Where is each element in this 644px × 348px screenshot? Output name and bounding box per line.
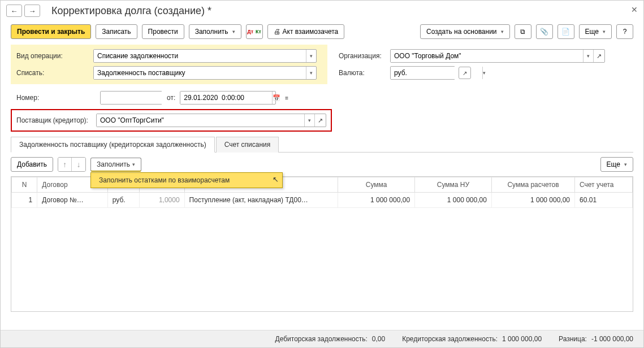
org-dropdown-icon[interactable]: ▾ [583,50,593,62]
save-button[interactable]: Записать [96,24,137,39]
create-based-button[interactable]: Создать на основании [420,24,510,39]
add-row-button[interactable]: Добавить [11,157,53,172]
table-row[interactable]: 1 Договор №… руб. 1,0000 Поступление (ак… [12,193,633,208]
calendar-icon[interactable]: 📅 [272,92,280,104]
debit-value: 0,00 [372,335,385,343]
more-button[interactable]: Еще [579,24,612,39]
operation-type-input[interactable] [94,50,306,62]
print-icon [274,28,280,36]
structure-button[interactable]: ⧉ [515,24,531,39]
clip-icon [540,28,548,36]
fill-button[interactable]: Заполнить [189,24,241,39]
date-input[interactable] [180,92,272,104]
number-input[interactable] [101,92,192,104]
supplier-open-icon[interactable]: ↗ [314,114,326,127]
attach-button[interactable] [536,24,553,39]
from-label: от: [167,94,175,102]
debit-label: Дебиторская задолженность: [275,335,368,343]
report-button[interactable] [557,24,574,39]
help-button[interactable]: ? [616,24,633,39]
close-icon[interactable]: ✕ [631,5,638,14]
post-and-close-button[interactable]: Провести и закрыть [11,24,91,39]
back-button[interactable]: ← [6,5,22,17]
act-button[interactable]: Акт взаимозачета [267,24,345,39]
col-n: N [12,177,37,193]
document-icon [561,28,570,36]
currency-label: Валюта: [339,69,387,77]
credit-value: 1 000 000,00 [502,335,542,343]
window-title: Корректировка долга (создание) * [51,5,211,17]
fill-menu-item[interactable]: Заполнить остатками по взаиморасчетам ↖ [90,172,283,188]
currency-dropdown-icon[interactable]: ▾ [482,67,486,79]
operation-type-label: Вид операции: [16,52,90,60]
org-open-icon[interactable]: ↗ [593,50,604,62]
supplier-input[interactable] [97,114,304,127]
org-input[interactable] [391,50,583,62]
col-amount: Сумма [338,177,415,193]
dtkt-button[interactable]: ДтКт [246,24,263,39]
diff-label: Разница: [559,335,587,343]
credit-label: Кредиторская задолженность: [402,335,498,343]
writeoff-label: Списать: [16,69,90,77]
tab-account[interactable]: Счет списания [216,137,279,153]
tab-more-button[interactable]: Еще [600,157,633,172]
col-amount-calc: Сумма расчетов [491,177,574,193]
org-label: Организация: [339,52,387,60]
post-button[interactable]: Провести [142,24,184,39]
date-extra-icon[interactable]: ≡ [280,92,293,104]
col-account: Счет учета [575,177,633,193]
writeoff-dropdown-icon[interactable]: ▾ [306,67,316,79]
tab-fill-button[interactable]: Заполнить▾ [90,158,141,172]
col-amount-nu: Сумма НУ [415,177,492,193]
number-label: Номер: [16,94,96,102]
cursor-icon: ↖ [273,175,279,184]
diff-value: -1 000 000,00 [591,335,633,343]
move-down-button[interactable]: ↓ [72,158,85,171]
operation-type-dropdown-icon[interactable]: ▾ [306,50,316,62]
writeoff-input[interactable] [94,67,306,79]
move-up-button[interactable]: ↑ [58,158,72,171]
supplier-dropdown-icon[interactable]: ▾ [304,114,314,127]
supplier-label: Поставщик (кредитор): [16,116,93,124]
forward-button[interactable]: → [24,5,40,17]
tab-debt[interactable]: Задолженность поставщику (кредиторская з… [11,137,215,153]
currency-open-icon[interactable]: ↗ [459,67,471,79]
